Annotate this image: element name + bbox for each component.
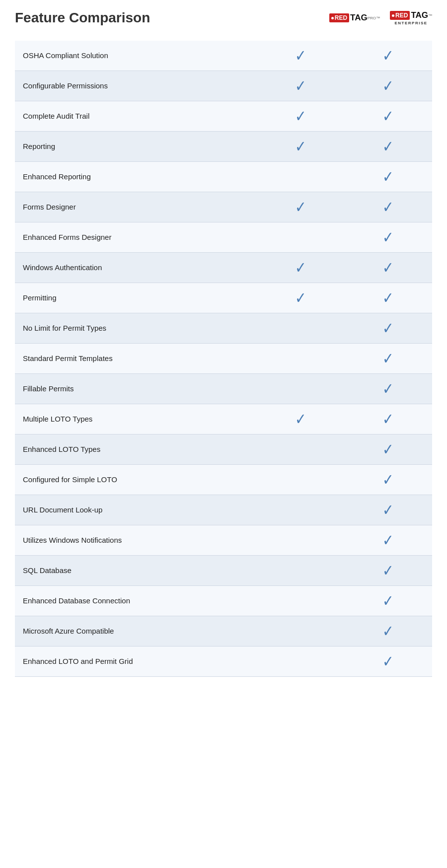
- pro-check-cell: ✓: [257, 404, 344, 434]
- table-row: Configurable Permissions✓✓: [15, 71, 432, 101]
- checkmark-icon: ✓: [382, 532, 394, 548]
- table-row: Enhanced LOTO and Permit Grid✓: [15, 647, 432, 677]
- logo-pro-dot: [331, 17, 334, 19]
- enterprise-check-cell: ✓: [345, 586, 432, 616]
- pro-check-cell: [257, 222, 344, 253]
- page-title: Feature Comparison: [15, 10, 150, 26]
- enterprise-check-cell: ✓: [345, 374, 432, 404]
- enterprise-check-cell: ✓: [345, 647, 432, 677]
- pro-check-cell: ✓: [257, 41, 344, 71]
- feature-cell: SQL Database: [15, 556, 257, 586]
- feature-label: Complete Audit Trail: [23, 112, 89, 120]
- checkmark-icon: ✓: [382, 623, 394, 639]
- checkmark-icon: ✓: [295, 260, 306, 276]
- feature-cell: Windows Authentication: [15, 253, 257, 283]
- feature-label: OSHA Compliant Solution: [23, 51, 108, 60]
- pro-check-cell: [257, 586, 344, 616]
- enterprise-check-cell: ✓: [345, 313, 432, 344]
- pro-check-cell: [257, 344, 344, 374]
- checkmark-icon: ✓: [382, 593, 394, 609]
- pro-check-cell: ✓: [257, 192, 344, 222]
- enterprise-check-cell: ✓: [345, 222, 432, 253]
- checkmark-icon: ✓: [382, 139, 394, 154]
- table-row: Forms Designer✓✓: [15, 192, 432, 222]
- enterprise-check-cell: ✓: [345, 162, 432, 192]
- enterprise-check-cell: ✓: [345, 132, 432, 162]
- feature-label: Enhanced Reporting: [23, 172, 91, 181]
- feature-label: Enhanced LOTO and Permit Grid: [23, 657, 133, 665]
- feature-label: Enhanced LOTO Types: [23, 445, 100, 453]
- logo-pro-red-text: RED: [335, 14, 347, 21]
- feature-cell: Fillable Permits: [15, 374, 257, 404]
- feature-cell: Permitting: [15, 283, 257, 313]
- pro-check-cell: [257, 374, 344, 404]
- page: Feature Comparison RED TAG PRO™ RED T: [0, 0, 447, 697]
- enterprise-check-cell: ✓: [345, 525, 432, 556]
- table-row: Microsoft Azure Compatible✓: [15, 616, 432, 647]
- pro-check-cell: [257, 465, 344, 495]
- pro-check-cell: [257, 313, 344, 344]
- checkmark-icon: ✓: [295, 290, 306, 306]
- table-row: Permitting✓✓: [15, 283, 432, 313]
- feature-cell: Configured for Simple LOTO: [15, 465, 257, 495]
- checkmark-icon: ✓: [295, 139, 306, 154]
- enterprise-check-cell: ✓: [345, 192, 432, 222]
- feature-cell: Enhanced Database Connection: [15, 586, 257, 616]
- checkmark-icon: ✓: [382, 502, 394, 518]
- feature-cell: Enhanced LOTO Types: [15, 434, 257, 465]
- table-row: Reporting✓✓: [15, 132, 432, 162]
- logo-pro-sup: PRO™: [368, 16, 380, 20]
- feature-cell: No Limit for Permit Types: [15, 313, 257, 344]
- checkmark-icon: ✓: [382, 290, 394, 306]
- table-row: Enhanced Reporting✓: [15, 162, 432, 192]
- enterprise-check-cell: ✓: [345, 495, 432, 525]
- checkmark-icon: ✓: [295, 411, 306, 427]
- table-row: Enhanced Forms Designer✓: [15, 222, 432, 253]
- comparison-table: OSHA Compliant Solution✓✓Configurable Pe…: [15, 41, 432, 677]
- checkmark-icon: ✓: [382, 653, 394, 669]
- checkmark-icon: ✓: [382, 199, 394, 215]
- logo-ent-tag-text: TAG: [411, 10, 428, 20]
- enterprise-check-cell: ✓: [345, 465, 432, 495]
- logo-ent-label: ENTERPRISE: [394, 21, 427, 25]
- feature-cell: URL Document Look-up: [15, 495, 257, 525]
- checkmark-icon: ✓: [382, 169, 394, 185]
- pro-check-cell: ✓: [257, 132, 344, 162]
- table-row: Configured for Simple LOTO✓: [15, 465, 432, 495]
- table-row: No Limit for Permit Types✓: [15, 313, 432, 344]
- feature-label: Utilizes Windows Notifications: [23, 536, 122, 544]
- table-row: Fillable Permits✓: [15, 374, 432, 404]
- enterprise-check-cell: ✓: [345, 404, 432, 434]
- checkmark-icon: ✓: [382, 441, 394, 457]
- pro-check-cell: ✓: [257, 71, 344, 101]
- feature-label: URL Document Look-up: [23, 506, 102, 514]
- feature-label: Enhanced Forms Designer: [23, 233, 111, 241]
- checkmark-icon: ✓: [295, 48, 306, 64]
- table-row: Enhanced Database Connection✓: [15, 586, 432, 616]
- pro-check-cell: ✓: [257, 283, 344, 313]
- checkmark-icon: ✓: [382, 48, 394, 64]
- feature-label: Standard Permit Templates: [23, 354, 113, 362]
- pro-check-cell: [257, 162, 344, 192]
- feature-cell: Multiple LOTO Types: [15, 404, 257, 434]
- feature-label: Configurable Permissions: [23, 81, 108, 90]
- table-row: URL Document Look-up✓: [15, 495, 432, 525]
- enterprise-check-cell: ✓: [345, 616, 432, 647]
- pro-check-cell: [257, 616, 344, 647]
- enterprise-check-cell: ✓: [345, 283, 432, 313]
- table-row: Enhanced LOTO Types✓: [15, 434, 432, 465]
- table-row: Windows Authentication✓✓: [15, 253, 432, 283]
- pro-check-cell: [257, 434, 344, 465]
- checkmark-icon: ✓: [295, 199, 306, 215]
- logo-ent-sup: ™: [428, 13, 432, 18]
- checkmark-icon: ✓: [382, 472, 394, 488]
- feature-cell: Configurable Permissions: [15, 71, 257, 101]
- enterprise-check-cell: ✓: [345, 41, 432, 71]
- checkmark-icon: ✓: [382, 229, 394, 245]
- feature-label: No Limit for Permit Types: [23, 324, 106, 332]
- feature-cell: OSHA Compliant Solution: [15, 41, 257, 71]
- feature-cell: Microsoft Azure Compatible: [15, 616, 257, 647]
- header: Feature Comparison RED TAG PRO™ RED T: [15, 10, 432, 31]
- header-logos: RED TAG PRO™ RED TAG ™ ENTERPRISE: [329, 10, 432, 25]
- logo-ent-red-box: RED: [390, 11, 410, 20]
